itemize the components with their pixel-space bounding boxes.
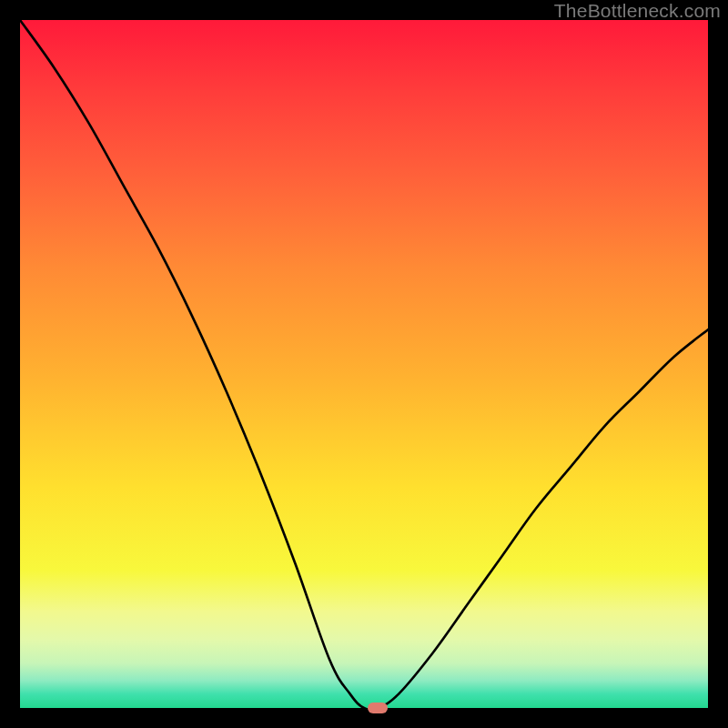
bottleneck-curve [20,20,708,708]
plot-area [20,20,708,708]
optimal-point-marker [368,703,388,713]
chart-frame: TheBottleneck.com [0,0,728,728]
watermark-label: TheBottleneck.com [554,0,721,22]
